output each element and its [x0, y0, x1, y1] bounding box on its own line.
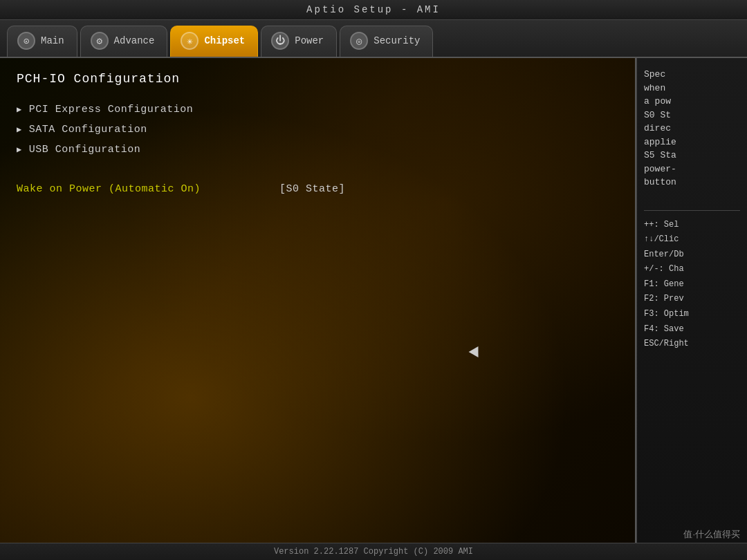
menu-item-pci-label: PCI Express Configuration: [29, 104, 194, 115]
version-bar: Version 2.22.1287 Copyright (C) 2009 AMI: [0, 543, 747, 560]
chipset-icon: ✳: [181, 32, 199, 50]
tab-advance[interactable]: ⚙ Advance: [80, 26, 168, 57]
arrow-sata: ▶: [17, 124, 22, 135]
advance-icon: ⚙: [91, 32, 109, 50]
main-icon: ⊙: [17, 32, 35, 50]
wake-label: Wake on Power (Automatic On): [17, 183, 279, 195]
tab-main-label: Main: [41, 35, 64, 46]
title-bar: Aptio Setup - AMI: [0, 0, 747, 20]
watermark: 值·什么值得买: [683, 528, 740, 541]
version-text: Version 2.22.1287 Copyright (C) 2009 AMI: [274, 547, 473, 557]
arrow-usb: ▶: [17, 144, 22, 155]
tab-chipset-label: Chipset: [204, 35, 245, 46]
tab-security-label: Security: [374, 35, 420, 46]
menu-item-usb[interactable]: ▶ USB Configuration: [17, 140, 618, 160]
tab-security[interactable]: ◎ Security: [340, 26, 433, 57]
wake-row[interactable]: Wake on Power (Automatic On) [S0 State]: [17, 180, 618, 198]
menu-item-sata[interactable]: ▶ SATA Configuration: [17, 120, 618, 140]
help-divider: [644, 210, 740, 211]
menu-item-usb-label: USB Configuration: [29, 144, 141, 156]
menu-item-sata-label: SATA Configuration: [29, 124, 147, 136]
help-panel: Specwhena powS0 StdirecapplieS5 Stapower…: [636, 58, 747, 543]
power-icon: ⏻: [271, 32, 289, 50]
tab-row: ⊙ Main ⚙ Advance ✳ Chipset ⏻ Power ◎ Sec…: [0, 20, 747, 58]
main-panel: PCH-IO Configuration ▶ PCI Express Confi…: [0, 58, 636, 543]
bios-frame: Aptio Setup - AMI ⊙ Main ⚙ Advance ✳ Chi…: [0, 0, 747, 560]
menu-item-pci[interactable]: ▶ PCI Express Configuration: [17, 100, 618, 120]
tab-power[interactable]: ⏻ Power: [261, 26, 337, 57]
tab-chipset[interactable]: ✳ Chipset: [170, 26, 258, 57]
content-area: PCH-IO Configuration ▶ PCI Express Confi…: [0, 58, 747, 543]
title-text: Aptio Setup - AMI: [306, 4, 441, 15]
tab-advance-label: Advance: [114, 35, 155, 46]
section-title: PCH-IO Configuration: [17, 72, 618, 86]
arrow-pci: ▶: [17, 104, 22, 115]
main-content: PCH-IO Configuration ▶ PCI Express Confi…: [0, 58, 635, 212]
security-icon: ◎: [350, 32, 368, 50]
help-keys: ++: Sel ↑↓/Clic Enter/Db +/-: Cha F1: Ge…: [644, 218, 740, 352]
tab-power-label: Power: [295, 35, 324, 46]
tab-main[interactable]: ⊙ Main: [7, 26, 77, 57]
wake-value: [S0 State]: [279, 183, 345, 195]
help-description: Specwhena powS0 StdirecapplieS5 Stapower…: [644, 68, 740, 189]
